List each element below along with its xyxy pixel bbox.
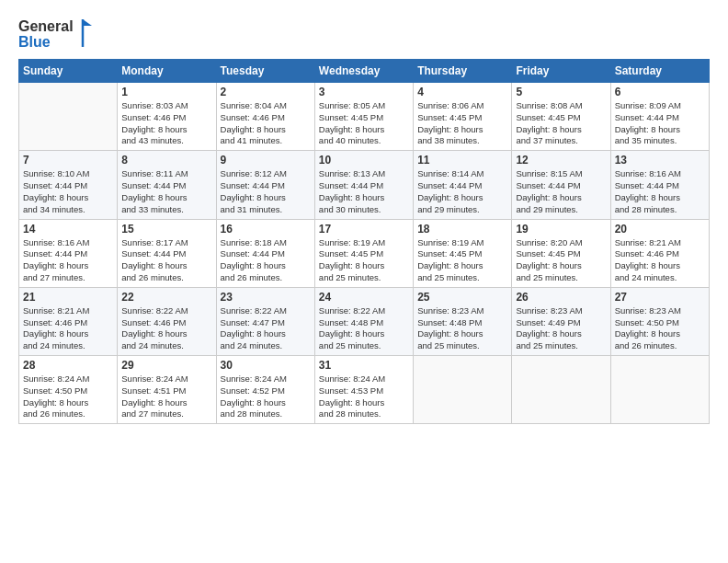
calendar-cell: 10Sunrise: 8:13 AMSunset: 4:44 PMDayligh… [314, 151, 413, 219]
logo: GeneralBlue [18, 15, 101, 52]
calendar-cell: 17Sunrise: 8:19 AMSunset: 4:45 PMDayligh… [314, 219, 413, 287]
day-info: Sunrise: 8:06 AMSunset: 4:45 PMDaylight:… [417, 100, 507, 147]
day-number: 31 [319, 359, 409, 372]
weekday-header: Thursday [414, 60, 512, 83]
calendar-cell: 14Sunrise: 8:16 AMSunset: 4:44 PMDayligh… [19, 219, 118, 287]
day-number: 15 [121, 223, 211, 236]
day-info: Sunrise: 8:14 AMSunset: 4:44 PMDaylight:… [417, 168, 507, 215]
day-number: 18 [417, 223, 507, 236]
day-info: Sunrise: 8:23 AMSunset: 4:49 PMDaylight:… [516, 305, 606, 352]
calendar-cell: 16Sunrise: 8:18 AMSunset: 4:44 PMDayligh… [216, 219, 314, 287]
day-info: Sunrise: 8:18 AMSunset: 4:44 PMDaylight:… [221, 237, 311, 284]
day-info: Sunrise: 8:05 AMSunset: 4:45 PMDaylight:… [319, 100, 409, 147]
calendar-cell: 11Sunrise: 8:14 AMSunset: 4:44 PMDayligh… [414, 151, 512, 219]
day-info: Sunrise: 8:22 AMSunset: 4:46 PMDaylight:… [121, 305, 211, 352]
day-number: 4 [417, 86, 507, 98]
day-info: Sunrise: 8:09 AMSunset: 4:44 PMDaylight:… [615, 100, 705, 147]
calendar-cell: 28Sunrise: 8:24 AMSunset: 4:50 PMDayligh… [19, 356, 118, 424]
calendar-cell: 27Sunrise: 8:23 AMSunset: 4:50 PMDayligh… [610, 287, 709, 355]
day-info: Sunrise: 8:20 AMSunset: 4:45 PMDaylight:… [516, 237, 606, 284]
calendar-cell: 18Sunrise: 8:19 AMSunset: 4:45 PMDayligh… [414, 219, 512, 287]
calendar-cell: 25Sunrise: 8:23 AMSunset: 4:48 PMDayligh… [414, 287, 512, 355]
weekday-header: Saturday [610, 60, 709, 83]
day-number: 17 [319, 223, 409, 236]
day-number: 7 [23, 154, 113, 167]
day-info: Sunrise: 8:24 AMSunset: 4:52 PMDaylight:… [221, 373, 311, 420]
day-number: 11 [417, 154, 507, 167]
calendar-cell: 29Sunrise: 8:24 AMSunset: 4:51 PMDayligh… [118, 356, 216, 424]
day-number: 8 [121, 154, 211, 167]
day-info: Sunrise: 8:23 AMSunset: 4:50 PMDaylight:… [615, 305, 705, 352]
day-number: 12 [516, 154, 606, 167]
calendar-cell: 4Sunrise: 8:06 AMSunset: 4:45 PMDaylight… [414, 83, 512, 151]
logo-svg: GeneralBlue [18, 15, 101, 52]
day-number: 2 [221, 86, 311, 98]
day-info: Sunrise: 8:15 AMSunset: 4:44 PMDaylight:… [516, 168, 606, 215]
day-number: 28 [23, 359, 113, 372]
day-number: 5 [516, 86, 606, 98]
day-number: 22 [121, 291, 211, 304]
calendar-week-row: 7Sunrise: 8:10 AMSunset: 4:44 PMDaylight… [19, 151, 710, 219]
calendar-cell: 6Sunrise: 8:09 AMSunset: 4:44 PMDaylight… [610, 83, 709, 151]
calendar-cell: 12Sunrise: 8:15 AMSunset: 4:44 PMDayligh… [512, 151, 610, 219]
calendar-cell: 5Sunrise: 8:08 AMSunset: 4:45 PMDaylight… [512, 83, 610, 151]
calendar-week-row: 21Sunrise: 8:21 AMSunset: 4:46 PMDayligh… [19, 287, 710, 355]
calendar-cell: 2Sunrise: 8:04 AMSunset: 4:46 PMDaylight… [216, 83, 314, 151]
day-number: 29 [121, 359, 211, 372]
calendar-cell [414, 356, 512, 424]
day-info: Sunrise: 8:19 AMSunset: 4:45 PMDaylight:… [417, 237, 507, 284]
calendar-cell: 7Sunrise: 8:10 AMSunset: 4:44 PMDaylight… [19, 151, 118, 219]
calendar-week-row: 1Sunrise: 8:03 AMSunset: 4:46 PMDaylight… [19, 83, 710, 151]
day-info: Sunrise: 8:24 AMSunset: 4:51 PMDaylight:… [121, 373, 211, 420]
day-info: Sunrise: 8:21 AMSunset: 4:46 PMDaylight:… [23, 305, 113, 352]
day-info: Sunrise: 8:22 AMSunset: 4:47 PMDaylight:… [221, 305, 311, 352]
day-info: Sunrise: 8:21 AMSunset: 4:46 PMDaylight:… [615, 237, 705, 284]
calendar-cell: 21Sunrise: 8:21 AMSunset: 4:46 PMDayligh… [19, 287, 118, 355]
day-info: Sunrise: 8:17 AMSunset: 4:44 PMDaylight:… [121, 237, 211, 284]
weekday-header: Friday [512, 60, 610, 83]
day-info: Sunrise: 8:11 AMSunset: 4:44 PMDaylight:… [121, 168, 211, 215]
day-info: Sunrise: 8:16 AMSunset: 4:44 PMDaylight:… [23, 237, 113, 284]
calendar-cell [19, 83, 118, 151]
day-number: 30 [221, 359, 311, 372]
svg-text:Blue: Blue [18, 34, 51, 50]
calendar-cell: 24Sunrise: 8:22 AMSunset: 4:48 PMDayligh… [314, 287, 413, 355]
day-number: 25 [417, 291, 507, 304]
day-info: Sunrise: 8:13 AMSunset: 4:44 PMDaylight:… [319, 168, 409, 215]
calendar-container: GeneralBlue SundayMondayTuesdayWednesday… [0, 0, 728, 563]
day-number: 24 [319, 291, 409, 304]
day-number: 10 [319, 154, 409, 167]
day-info: Sunrise: 8:08 AMSunset: 4:45 PMDaylight:… [516, 100, 606, 147]
day-info: Sunrise: 8:22 AMSunset: 4:48 PMDaylight:… [319, 305, 409, 352]
calendar-cell: 15Sunrise: 8:17 AMSunset: 4:44 PMDayligh… [118, 219, 216, 287]
calendar-cell: 31Sunrise: 8:24 AMSunset: 4:53 PMDayligh… [314, 356, 413, 424]
day-number: 26 [516, 291, 606, 304]
day-info: Sunrise: 8:24 AMSunset: 4:53 PMDaylight:… [319, 373, 409, 420]
calendar-cell: 23Sunrise: 8:22 AMSunset: 4:47 PMDayligh… [216, 287, 314, 355]
day-number: 16 [221, 223, 311, 236]
calendar-cell: 19Sunrise: 8:20 AMSunset: 4:45 PMDayligh… [512, 219, 610, 287]
day-info: Sunrise: 8:19 AMSunset: 4:45 PMDaylight:… [319, 237, 409, 284]
calendar-cell: 26Sunrise: 8:23 AMSunset: 4:49 PMDayligh… [512, 287, 610, 355]
day-number: 27 [615, 291, 705, 304]
calendar-cell: 22Sunrise: 8:22 AMSunset: 4:46 PMDayligh… [118, 287, 216, 355]
day-number: 1 [121, 86, 211, 98]
svg-text:General: General [18, 18, 74, 34]
day-info: Sunrise: 8:23 AMSunset: 4:48 PMDaylight:… [417, 305, 507, 352]
day-number: 21 [23, 291, 113, 304]
day-number: 14 [23, 223, 113, 236]
weekday-header-row: SundayMondayTuesdayWednesdayThursdayFrid… [19, 60, 710, 83]
day-number: 13 [615, 154, 705, 167]
day-number: 20 [615, 223, 705, 236]
weekday-header: Sunday [19, 60, 118, 83]
calendar-cell: 3Sunrise: 8:05 AMSunset: 4:45 PMDaylight… [314, 83, 413, 151]
calendar-cell: 30Sunrise: 8:24 AMSunset: 4:52 PMDayligh… [216, 356, 314, 424]
calendar-cell [610, 356, 709, 424]
svg-marker-3 [83, 19, 92, 26]
day-info: Sunrise: 8:12 AMSunset: 4:44 PMDaylight:… [221, 168, 311, 215]
day-info: Sunrise: 8:03 AMSunset: 4:46 PMDaylight:… [121, 100, 211, 147]
calendar-cell: 20Sunrise: 8:21 AMSunset: 4:46 PMDayligh… [610, 219, 709, 287]
calendar-week-row: 28Sunrise: 8:24 AMSunset: 4:50 PMDayligh… [19, 356, 710, 424]
day-number: 19 [516, 223, 606, 236]
day-number: 3 [319, 86, 409, 98]
